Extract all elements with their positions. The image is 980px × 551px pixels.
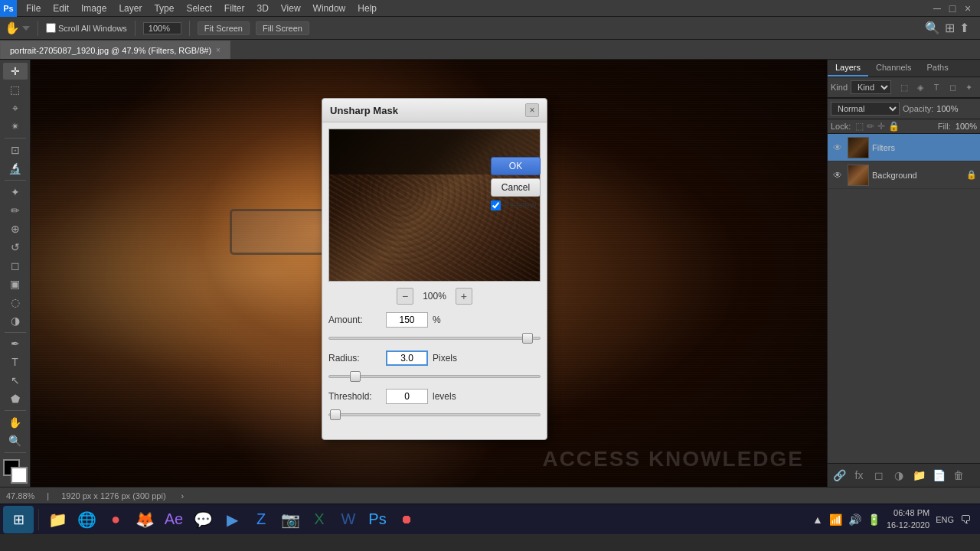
paths-tab[interactable]: Paths <box>920 60 956 77</box>
taskbar-media[interactable]: ▶ <box>218 506 246 533</box>
lasso-tool[interactable]: ⌖ <box>3 99 28 116</box>
notifications-icon[interactable]: ▲ <box>812 514 823 526</box>
battery-icon[interactable]: 🔋 <box>867 514 880 526</box>
layer-item-filters[interactable]: 👁 Filters <box>828 134 980 161</box>
channels-tab[interactable]: Channels <box>868 60 919 77</box>
minimize-btn[interactable]: ─ <box>931 2 943 15</box>
cancel-btn[interactable]: Cancel <box>491 178 541 197</box>
new-adjustment-btn[interactable]: ◑ <box>890 467 907 484</box>
scroll-all-windows-checkbox[interactable] <box>46 23 56 33</box>
fill-screen-btn[interactable]: Fill Screen <box>256 21 309 35</box>
amount-slider-thumb[interactable] <box>522 333 533 344</box>
zoom-out-btn[interactable]: − <box>397 288 413 305</box>
volume-icon[interactable]: 🔊 <box>848 514 861 526</box>
menu-select[interactable]: Select <box>180 0 217 16</box>
radius-input[interactable] <box>386 350 428 366</box>
taskbar-whatsapp[interactable]: 💬 <box>189 506 217 533</box>
background-color[interactable] <box>11 467 28 484</box>
document-tab[interactable]: portrait-2705087_1920.jpg @ 47.9% (Filte… <box>0 41 230 59</box>
zoom-in-btn[interactable]: + <box>456 288 472 305</box>
eraser-tool[interactable]: ◻ <box>3 257 28 274</box>
amount-input[interactable] <box>386 312 428 328</box>
tab-close-btn[interactable]: × <box>216 46 220 54</box>
dialog-close-btn[interactable]: × <box>525 103 539 117</box>
link-layers-btn[interactable]: 🔗 <box>831 467 848 484</box>
brush-tool[interactable]: ✏ <box>3 202 28 219</box>
taskbar-record[interactable]: ⏺ <box>393 506 420 533</box>
menu-layer[interactable]: Layer <box>113 0 148 16</box>
menu-image[interactable]: Image <box>75 0 113 16</box>
new-layer-btn[interactable]: 📄 <box>930 467 947 484</box>
menu-filter[interactable]: Filter <box>218 0 251 16</box>
canvas-area[interactable]: ACCESS KNOWLEDGE Unsharp Mask × <box>31 60 827 487</box>
shape-tool[interactable]: ⬟ <box>3 390 28 407</box>
history-brush-tool[interactable]: ↺ <box>3 239 28 256</box>
menu-view[interactable]: View <box>275 0 307 16</box>
hand-tool-icon[interactable]: ✋ <box>5 21 20 35</box>
zoom-tool[interactable]: 🔍 <box>3 432 28 449</box>
kind-dropdown[interactable]: Kind <box>851 80 891 94</box>
layer-vis-filters[interactable]: 👁 <box>831 141 844 155</box>
taskbar-excel[interactable]: X <box>305 506 333 533</box>
adjust-filter-icon[interactable]: ◈ <box>913 80 927 94</box>
text-tool[interactable]: T <box>3 354 28 370</box>
path-select-tool[interactable]: ↖ <box>3 372 28 389</box>
blur-tool[interactable]: ◌ <box>3 294 28 311</box>
arrange-windows-icon[interactable]: ⊞ <box>945 21 955 35</box>
dodge-tool[interactable]: ◑ <box>3 312 28 329</box>
gradient-tool[interactable]: ▣ <box>3 276 28 292</box>
dialog-titlebar[interactable]: Unsharp Mask × <box>322 99 547 122</box>
maximize-btn[interactable]: □ <box>946 2 959 15</box>
menu-window[interactable]: Window <box>307 0 352 16</box>
fit-screen-btn[interactable]: Fit Screen <box>198 21 250 35</box>
layers-tab[interactable]: Layers <box>828 60 868 77</box>
taskbar-chrome[interactable]: 🌐 <box>73 506 100 533</box>
threshold-input[interactable] <box>386 389 428 404</box>
taskbar-firefox[interactable]: 🦊 <box>131 506 158 533</box>
taskbar-antivirus[interactable]: ● <box>102 506 129 533</box>
taskbar-file-explorer[interactable]: 📁 <box>44 506 71 533</box>
clone-tool[interactable]: ⊕ <box>3 220 28 237</box>
notification-center-icon[interactable]: 🗨 <box>960 514 971 526</box>
add-style-btn[interactable]: fx <box>851 467 867 484</box>
network-icon[interactable]: 📶 <box>829 514 842 526</box>
start-button[interactable]: ⊞ <box>3 506 34 533</box>
add-mask-btn[interactable]: ◻ <box>871 467 887 484</box>
magic-wand-tool[interactable]: ✴ <box>3 118 28 135</box>
menu-help[interactable]: Help <box>351 0 383 16</box>
hand-tool[interactable]: ✋ <box>3 414 28 431</box>
radius-slider-thumb[interactable] <box>350 371 361 382</box>
close-app-btn[interactable]: × <box>962 2 974 15</box>
taskbar-word[interactable]: W <box>335 506 362 533</box>
tool-dropdown-arrow[interactable] <box>22 26 30 31</box>
taskbar-zoom[interactable]: Z <box>247 506 275 533</box>
amount-slider-row[interactable] <box>328 332 541 344</box>
smart-filter-icon[interactable]: ✦ <box>962 80 975 94</box>
shape-filter-icon[interactable]: ◻ <box>946 80 959 94</box>
language-indicator[interactable]: ENG <box>936 515 954 524</box>
lock-pixels-icon[interactable]: ✏ <box>867 121 874 132</box>
menu-type[interactable]: Type <box>148 0 180 16</box>
ok-btn[interactable]: OK <box>491 157 541 175</box>
lock-position-icon[interactable]: ✛ <box>877 121 885 132</box>
lock-all-icon[interactable]: 🔒 <box>888 121 900 132</box>
eyedropper-tool[interactable]: 🔬 <box>3 160 28 177</box>
new-group-btn[interactable]: 📁 <box>910 467 927 484</box>
pen-tool[interactable]: ✒ <box>3 335 28 352</box>
blend-mode-select[interactable]: Normal <box>831 102 900 116</box>
radius-slider-row[interactable] <box>328 370 541 383</box>
layer-vis-background[interactable]: 👁 <box>831 168 844 182</box>
layer-item-background[interactable]: 👁 Background 🔒 <box>828 161 980 189</box>
preview-checkbox[interactable] <box>491 201 501 210</box>
search-icon[interactable]: 🔍 <box>925 21 940 35</box>
crop-tool[interactable]: ⊡ <box>3 142 28 158</box>
menu-edit[interactable]: Edit <box>47 0 75 16</box>
type-filter-icon[interactable]: T <box>929 80 943 94</box>
menu-3d[interactable]: 3D <box>250 0 274 16</box>
select-tool[interactable]: ⬚ <box>3 81 28 98</box>
menu-file[interactable]: File <box>20 0 47 16</box>
taskbar-camera[interactable]: 📷 <box>276 506 304 533</box>
threshold-slider-row[interactable] <box>328 409 541 421</box>
zoom-input[interactable] <box>143 22 181 34</box>
delete-layer-btn[interactable]: 🗑 <box>950 467 967 484</box>
